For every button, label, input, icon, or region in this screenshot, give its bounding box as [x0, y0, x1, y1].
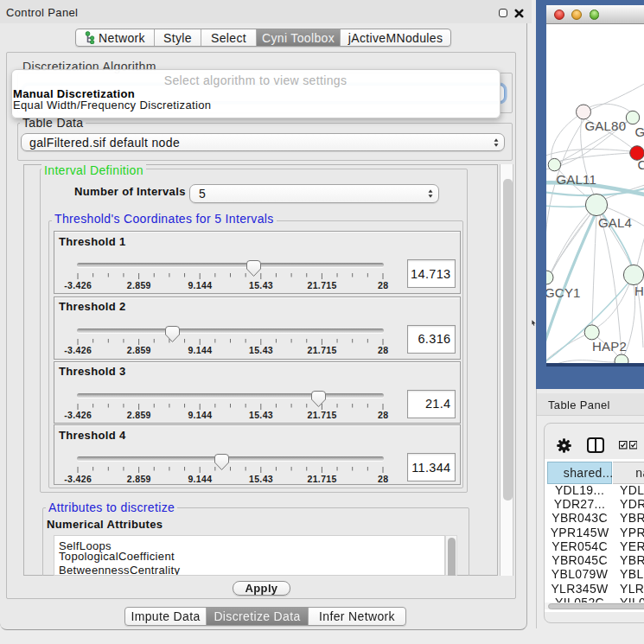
- svg-text:GCY1: GCY1: [546, 285, 581, 300]
- svg-text:HAP2: HAP2: [592, 339, 627, 354]
- svg-text:C: C: [638, 157, 644, 172]
- svg-text:H: H: [634, 284, 644, 298]
- svg-text:GAL4: GAL4: [598, 215, 632, 230]
- svg-text:GAL11: GAL11: [557, 172, 597, 187]
- svg-text:GA: GA: [635, 124, 644, 139]
- svg-text:GAL80: GAL80: [585, 118, 627, 133]
